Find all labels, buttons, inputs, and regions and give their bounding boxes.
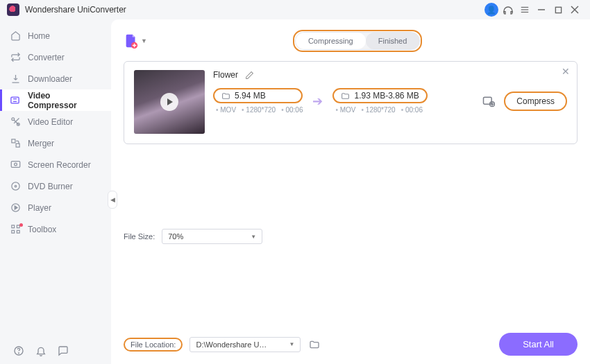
toolbox-icon bbox=[10, 224, 21, 235]
file-card: ✕ Flower 5.94 MB bbox=[124, 61, 578, 144]
svg-rect-4 bbox=[555, 7, 561, 12]
target-size-value: 1.93 MB-3.86 MB bbox=[354, 91, 419, 101]
svg-point-14 bbox=[11, 182, 19, 190]
tab-label: Finished bbox=[378, 37, 407, 45]
filesize-label: File Size: bbox=[124, 232, 155, 241]
sidebar-item-label: Video Compressor bbox=[28, 91, 101, 110]
titlebar: Wondershare UniConverter 👤 bbox=[0, 0, 590, 19]
app-logo-icon bbox=[7, 3, 19, 16]
sidebar-item-screen-recorder[interactable]: Screen Recorder bbox=[0, 154, 111, 175]
sidebar-item-label: Screen Recorder bbox=[28, 160, 91, 170]
compressor-icon bbox=[10, 95, 21, 106]
sidebar-item-label: Converter bbox=[28, 53, 65, 62]
folder-icon bbox=[341, 92, 350, 101]
close-button[interactable] bbox=[566, 1, 583, 18]
chevron-down-icon: ▼ bbox=[251, 234, 256, 240]
remove-file-button[interactable]: ✕ bbox=[562, 66, 570, 77]
sidebar-item-player[interactable]: Player bbox=[0, 197, 111, 218]
support-icon[interactable] bbox=[500, 1, 516, 18]
arrow-icon: ➔ bbox=[312, 94, 323, 109]
content-area: ▼ Compressing Finished ✕ Flower bbox=[111, 19, 590, 364]
compress-button-label: Compress bbox=[516, 96, 555, 106]
account-icon[interactable]: 👤 bbox=[483, 1, 500, 18]
start-all-label: Start All bbox=[523, 339, 554, 349]
source-format: MOV bbox=[216, 106, 236, 114]
sidebar-item-label: Downloader bbox=[28, 74, 72, 84]
menu-icon[interactable] bbox=[516, 1, 533, 18]
folder-icon bbox=[221, 92, 230, 101]
start-all-button[interactable]: Start All bbox=[499, 333, 578, 356]
sidebar-item-home[interactable]: Home bbox=[0, 25, 111, 46]
downloader-icon bbox=[10, 73, 21, 85]
target-resolution: 1280*720 bbox=[362, 106, 396, 114]
source-resolution: 1280*720 bbox=[242, 106, 276, 114]
sidebar-item-label: Merger bbox=[28, 139, 54, 148]
app-title: Wondershare UniConverter bbox=[25, 5, 126, 15]
filesize-select[interactable]: 70% ▼ bbox=[162, 229, 262, 244]
source-duration: 00:06 bbox=[281, 106, 303, 114]
svg-rect-12 bbox=[11, 162, 20, 168]
compress-button[interactable]: Compress bbox=[504, 92, 567, 111]
svg-point-22 bbox=[19, 353, 19, 354]
tab-label: Compressing bbox=[308, 37, 353, 45]
sidebar-item-label: DVD Burner bbox=[28, 182, 73, 191]
help-icon[interactable] bbox=[12, 345, 25, 357]
feedback-icon[interactable] bbox=[57, 345, 69, 357]
file-location-select[interactable]: D:\Wondershare UniConverter ▼ bbox=[189, 337, 301, 352]
file-location-value: D:\Wondershare UniConverter bbox=[196, 340, 268, 349]
editor-icon bbox=[10, 116, 21, 128]
svg-rect-10 bbox=[11, 139, 15, 143]
play-icon bbox=[160, 93, 178, 111]
open-folder-icon[interactable] bbox=[307, 338, 321, 352]
svg-rect-20 bbox=[17, 230, 19, 233]
svg-point-13 bbox=[14, 163, 17, 166]
file-location-label: File Location: bbox=[124, 338, 183, 352]
converter-icon bbox=[10, 52, 21, 63]
dvd-icon bbox=[10, 181, 21, 192]
tabs-highlight: Compressing Finished bbox=[293, 30, 422, 52]
source-size-pill: 5.94 MB bbox=[213, 88, 303, 103]
svg-point-15 bbox=[15, 185, 17, 187]
svg-rect-11 bbox=[16, 144, 19, 147]
svg-rect-7 bbox=[11, 97, 19, 103]
maximize-button[interactable] bbox=[550, 1, 566, 18]
player-icon bbox=[10, 202, 21, 214]
target-duration: 00:06 bbox=[401, 106, 423, 114]
sidebar-item-downloader[interactable]: Downloader bbox=[0, 68, 111, 89]
video-thumbnail[interactable] bbox=[134, 70, 205, 134]
sidebar-item-label: Home bbox=[28, 31, 50, 41]
minimize-button[interactable] bbox=[533, 1, 550, 18]
settings-icon[interactable] bbox=[480, 93, 497, 110]
svg-rect-17 bbox=[11, 225, 14, 228]
tab-compressing[interactable]: Compressing bbox=[296, 33, 366, 49]
sidebar-item-merger[interactable]: Merger bbox=[0, 132, 111, 154]
source-size-value: 5.94 MB bbox=[235, 91, 266, 101]
sidebar-item-label: Toolbox bbox=[28, 225, 56, 234]
recorder-icon bbox=[10, 159, 21, 171]
home-icon bbox=[10, 31, 21, 42]
sidebar-collapse-handle[interactable]: ◀ bbox=[108, 191, 117, 209]
svg-rect-18 bbox=[17, 225, 19, 228]
target-size-pill: 1.93 MB-3.86 MB bbox=[332, 88, 427, 103]
sidebar-item-label: Video Editor bbox=[28, 117, 73, 127]
svg-rect-19 bbox=[11, 230, 14, 233]
notification-dot-icon bbox=[19, 223, 23, 227]
sidebar: Home Converter Downloader Video Compress… bbox=[0, 19, 111, 364]
add-file-button[interactable] bbox=[124, 33, 139, 49]
chevron-down-icon: ▼ bbox=[289, 341, 295, 347]
sidebar-item-toolbox[interactable]: Toolbox bbox=[0, 218, 111, 240]
sidebar-item-label: Player bbox=[28, 203, 51, 213]
sidebar-item-video-compressor[interactable]: Video Compressor bbox=[0, 89, 111, 111]
footer-bar: File Size: 70% ▼ bbox=[124, 225, 578, 252]
tab-finished[interactable]: Finished bbox=[366, 33, 420, 49]
target-format: MOV bbox=[335, 106, 355, 114]
sidebar-item-video-editor[interactable]: Video Editor bbox=[0, 111, 111, 132]
file-name: Flower bbox=[213, 70, 238, 80]
merger-icon bbox=[10, 138, 21, 149]
notifications-icon[interactable] bbox=[35, 345, 47, 357]
filesize-value: 70% bbox=[168, 232, 183, 241]
add-file-chevron-icon[interactable]: ▼ bbox=[141, 37, 147, 44]
rename-icon[interactable] bbox=[245, 71, 254, 80]
sidebar-item-converter[interactable]: Converter bbox=[0, 46, 111, 68]
sidebar-item-dvd-burner[interactable]: DVD Burner bbox=[0, 175, 111, 197]
